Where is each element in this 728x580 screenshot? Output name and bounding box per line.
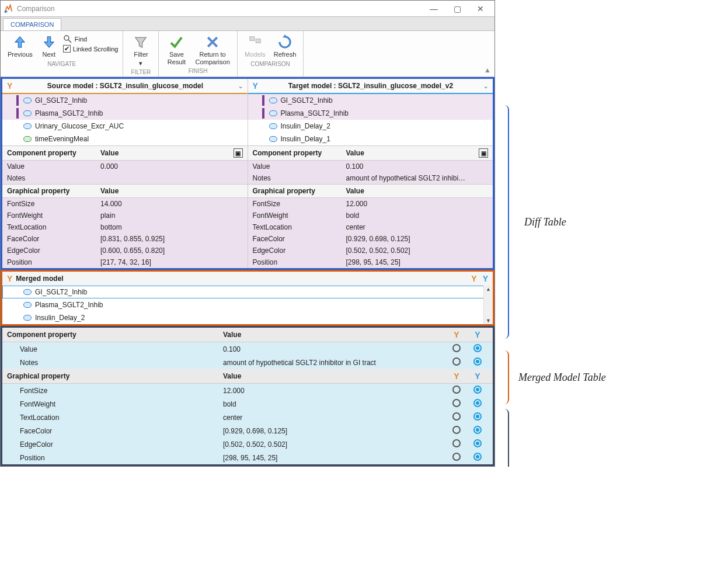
merge-property-row[interactable]: Notesamount of hypothetical SGLT2 inhibi… xyxy=(2,356,493,369)
close-button[interactable]: ✕ xyxy=(469,1,492,16)
property-row[interactable]: FontSize12.000 xyxy=(248,198,493,210)
funnel-icon xyxy=(133,34,148,50)
item-label: Insulin_Delay_2 xyxy=(281,122,330,130)
minimize-button[interactable]: — xyxy=(422,1,445,16)
merged-header: Y Merged model Y Y xyxy=(2,272,493,286)
target-radio[interactable] xyxy=(473,412,482,421)
target-radio[interactable] xyxy=(473,357,482,366)
tree-item[interactable]: timeEveningMeal xyxy=(2,133,248,145)
property-row[interactable]: Value0.100 xyxy=(248,161,493,172)
species-icon xyxy=(269,98,277,103)
property-row[interactable]: Notes xyxy=(2,172,248,184)
species-icon xyxy=(23,110,32,116)
property-row[interactable]: TextLocationbottom xyxy=(2,221,248,233)
item-label: Plasma_SGLT2_Inhib xyxy=(35,109,103,117)
scroll-down-icon[interactable]: ▼ xyxy=(485,317,492,324)
maximize-button[interactable]: ▢ xyxy=(445,1,469,16)
property-row[interactable]: FaceColor[0.831, 0.855, 0.925] xyxy=(2,233,248,245)
property-row[interactable]: FontSize14.000 xyxy=(2,198,248,210)
target-radio[interactable] xyxy=(473,385,482,394)
target-radio[interactable] xyxy=(473,453,482,461)
merge-property-row[interactable]: Value0.100 xyxy=(2,342,493,356)
target-fork-icon: Y xyxy=(475,330,480,339)
tree-item[interactable]: GI_SGLT2_Inhib xyxy=(2,94,248,107)
property-row[interactable]: FaceColor[0.929, 0.698, 0.125] xyxy=(248,233,493,245)
source-radio[interactable] xyxy=(452,385,461,394)
merged-tree[interactable]: GI_SGLT2_InhibPlasma_SGLT2_InhibInsulin_… xyxy=(2,286,493,324)
source-radio[interactable] xyxy=(452,412,461,421)
diff-region: Y Source model : SGLT2_insulin_glucose_m… xyxy=(1,77,494,270)
target-radio[interactable] xyxy=(473,344,482,352)
property-row[interactable]: EdgeColor[0.600, 0.655, 0.820] xyxy=(2,245,248,256)
source-tree[interactable]: GI_SGLT2_InhibPlasma_SGLT2_InhibUrinary_… xyxy=(2,94,248,145)
property-row[interactable]: Position[217, 74, 32, 16] xyxy=(2,256,248,268)
linked-scrolling-checkbox[interactable]: ✔ Linked Scrolling xyxy=(63,45,119,53)
property-row[interactable]: FontWeightbold xyxy=(248,210,493,221)
svg-rect-3 xyxy=(256,39,260,43)
refresh-button[interactable]: Refresh xyxy=(271,33,299,60)
merged-item[interactable]: GI_SGLT2_Inhib xyxy=(2,286,493,298)
tree-item[interactable]: Plasma_SGLT2_Inhib xyxy=(2,107,248,120)
merge-property-row[interactable]: FontSize12.000 xyxy=(2,384,493,397)
return-to-comparison-button[interactable]: Return to Comparison xyxy=(193,33,232,67)
expand-icon[interactable]: ▣ xyxy=(479,148,488,158)
source-radio[interactable] xyxy=(452,357,461,366)
merge-property-row[interactable]: TextLocationcenter xyxy=(2,411,493,424)
merged-item[interactable]: Plasma_SGLT2_Inhib xyxy=(2,298,493,311)
scrollbar[interactable]: ▲ ▼ xyxy=(483,286,493,324)
save-result-button[interactable]: Save Result xyxy=(163,33,189,67)
source-radio[interactable] xyxy=(452,399,461,407)
filter-button[interactable]: Filter ▾ xyxy=(128,33,154,68)
merge-property-row[interactable]: Position[298, 95, 145, 25] xyxy=(2,451,493,464)
property-row[interactable]: EdgeColor[0.502, 0.502, 0.502] xyxy=(248,245,493,256)
source-radio[interactable] xyxy=(452,426,461,434)
target-tree[interactable]: GI_SGLT2_InhibPlasma_SGLT2_InhibInsulin_… xyxy=(248,94,493,145)
source-header[interactable]: Y Source model : SGLT2_insulin_glucose_m… xyxy=(2,79,248,94)
find-button[interactable]: Find xyxy=(63,34,119,44)
tree-item[interactable]: Insulin_Delay_2 xyxy=(248,120,493,133)
target-fork-icon[interactable]: Y xyxy=(483,274,488,283)
merge-property-row[interactable]: FaceColor[0.929, 0.698, 0.125] xyxy=(2,424,493,437)
source-graph-rows: FontSize14.000FontWeightplainTextLocatio… xyxy=(2,198,248,268)
property-row[interactable]: Position[298, 95, 145, 25] xyxy=(248,256,493,268)
source-radio[interactable] xyxy=(452,344,461,352)
target-panel: Y Target model : SGLT2_insulin_glucose_m… xyxy=(248,79,493,268)
source-radio[interactable] xyxy=(452,439,461,447)
target-radio[interactable] xyxy=(473,399,482,407)
item-label: GI_SGLT2_Inhib xyxy=(281,96,333,105)
target-radio[interactable] xyxy=(473,426,482,434)
item-label: Insulin_Delay_1 xyxy=(281,135,330,143)
brace-diff xyxy=(501,105,509,339)
target-radio[interactable] xyxy=(473,439,482,447)
arrow-up-icon xyxy=(12,34,27,50)
collapse-toolstrip-icon[interactable]: ▲ xyxy=(480,64,494,77)
property-row[interactable]: TextLocationcenter xyxy=(248,221,493,233)
previous-button[interactable]: Previous xyxy=(5,33,35,60)
property-row[interactable]: Notesamount of hypothetical SGLT2 inhibi… xyxy=(248,172,493,184)
item-label: Plasma_SGLT2_Inhib xyxy=(281,109,349,117)
scroll-up-icon[interactable]: ▲ xyxy=(485,286,492,293)
tree-item[interactable]: Plasma_SGLT2_Inhib xyxy=(248,107,493,120)
tree-item[interactable]: GI_SGLT2_Inhib xyxy=(248,94,493,107)
property-row[interactable]: Value0.000 xyxy=(2,161,248,172)
fork-icon: Y xyxy=(7,81,12,91)
target-header[interactable]: Y Target model : SGLT2_insulin_glucose_m… xyxy=(248,79,493,94)
merge-property-row[interactable]: FontWeightbold xyxy=(2,397,493,411)
merge-property-row[interactable]: EdgeColor[0.502, 0.502, 0.502] xyxy=(2,437,493,451)
checkbox-checked-icon: ✔ xyxy=(63,45,71,53)
source-comp-rows: Value0.000Notes xyxy=(2,161,248,184)
source-fork-icon[interactable]: Y xyxy=(471,274,476,283)
source-comp-head: Component property Value ▣ xyxy=(2,145,248,161)
svg-point-0 xyxy=(64,36,69,40)
merged-item[interactable]: Insulin_Delay_2 xyxy=(2,311,493,324)
source-radio[interactable] xyxy=(452,453,461,461)
tree-item[interactable]: Insulin_Delay_1 xyxy=(248,133,493,145)
expand-icon[interactable]: ▣ xyxy=(234,148,243,158)
next-button[interactable]: Next xyxy=(39,33,60,60)
tree-item[interactable]: Urinary_Glucose_Excr_AUC xyxy=(2,120,248,133)
tab-comparison[interactable]: COMPARISON xyxy=(3,18,61,30)
source-graph-head: Graphical property Value xyxy=(2,184,248,198)
merged-region: Y Merged model Y Y GI_SGLT2_InhibPlasma_… xyxy=(1,270,494,326)
app-window: Comparison — ▢ ✕ COMPARISON Previous Nex… xyxy=(0,0,495,467)
property-row[interactable]: FontWeightplain xyxy=(2,210,248,221)
